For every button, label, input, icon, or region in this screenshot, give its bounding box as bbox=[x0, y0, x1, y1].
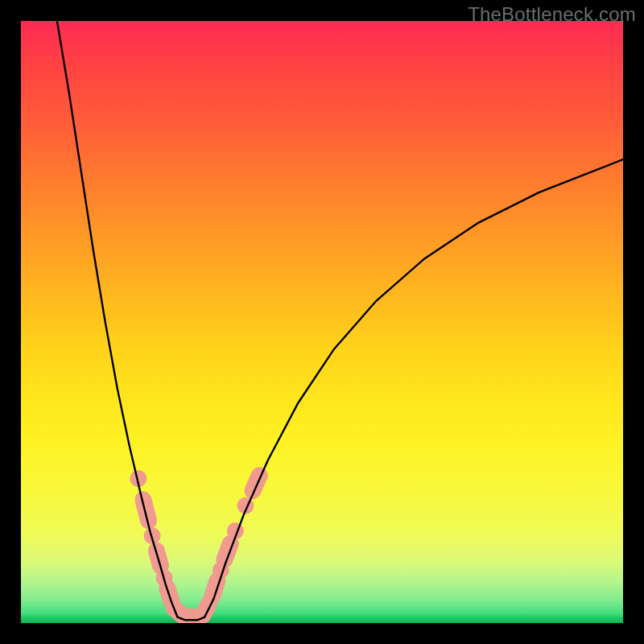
chart-frame: TheBottleneck.com bbox=[0, 0, 644, 644]
marker-layer bbox=[130, 470, 259, 617]
curve-right-branch bbox=[204, 159, 623, 617]
plot-area bbox=[21, 21, 623, 623]
curve-left-branch bbox=[57, 21, 178, 617]
chart-svg bbox=[21, 21, 623, 623]
watermark-text: TheBottleneck.com bbox=[468, 3, 636, 26]
